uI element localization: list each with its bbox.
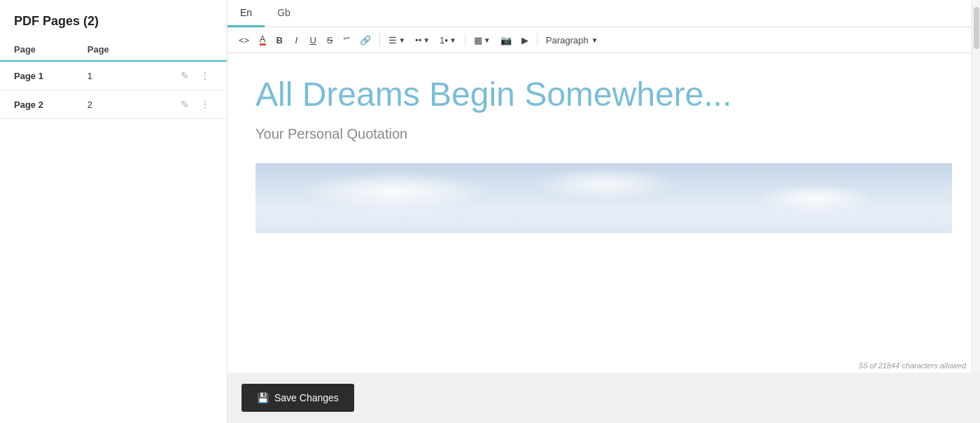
main-content: En Gb <> A B I U S “” 🔗 ☰ ▼ •• ▼ — [227, 0, 980, 423]
row-label: Page 2 — [0, 90, 80, 119]
toolbar-divider-2 — [465, 34, 465, 46]
toolbar-bold-btn[interactable]: B — [272, 32, 287, 48]
editor-subheading: Your Personal Quotation — [255, 126, 952, 142]
toolbar-code-btn[interactable]: <> — [234, 32, 253, 48]
toolbar-divider-1 — [379, 34, 380, 46]
save-icon: 💾 — [257, 392, 269, 403]
editor-heading: All Dreams Begin Somewhere... — [255, 74, 952, 115]
tab-gb[interactable]: Gb — [265, 0, 303, 27]
toolbar-align-dropdown[interactable]: ☰ ▼ — [384, 32, 410, 48]
row-value: 2 — [80, 90, 138, 119]
editor-container: En Gb <> A B I U S “” 🔗 ☰ ▼ •• ▼ — [227, 0, 980, 373]
pages-table: Page Page Page 1 1 ✎ ⋮ Page 2 2 ✎ ⋮ — [0, 40, 227, 119]
more-options-button[interactable]: ⋮ — [197, 97, 213, 111]
more-options-button[interactable]: ⋮ — [197, 69, 213, 83]
editor-image-placeholder — [255, 163, 952, 233]
sidebar-title: PDF Pages (2) — [0, 14, 227, 40]
toolbar-media-btn[interactable]: ▶ — [517, 32, 533, 48]
col-page-label-header: Page — [0, 40, 80, 61]
edit-row-button[interactable]: ✎ — [178, 69, 192, 83]
editor-toolbar: <> A B I U S “” 🔗 ☰ ▼ •• ▼ 1▪ ▼ ▦ ▼ — [227, 27, 980, 53]
char-count: 55 of 21844 characters allowed — [227, 359, 980, 373]
cloud-sky-image — [255, 163, 952, 233]
toolbar-underline-btn[interactable]: U — [305, 32, 321, 48]
table-row: Page 2 2 ✎ ⋮ — [0, 90, 227, 119]
toolbar-paragraph-dropdown[interactable]: Paragraph ▼ — [542, 32, 603, 48]
toolbar-font-color-btn[interactable]: A — [255, 32, 270, 48]
tab-en[interactable]: En — [227, 0, 265, 27]
editor-scrollbar[interactable] — [972, 0, 980, 373]
footer-bar: 💾 Save Changes — [227, 373, 980, 423]
row-label: Page 1 — [0, 61, 80, 90]
row-value: 1 — [80, 61, 138, 90]
sidebar: PDF Pages (2) Page Page Page 1 1 ✎ ⋮ Pag… — [0, 0, 227, 423]
toolbar-image-btn[interactable]: 📷 — [496, 32, 516, 48]
toolbar-strikethrough-btn[interactable]: S — [322, 32, 337, 48]
editor-scrollbar-thumb[interactable] — [974, 7, 979, 49]
edit-row-button[interactable]: ✎ — [178, 97, 192, 111]
toolbar-divider-3 — [537, 34, 538, 46]
table-row: Page 1 1 ✎ ⋮ — [0, 61, 227, 90]
editor-tabs: En Gb — [227, 0, 980, 27]
col-page-value-header: Page — [80, 40, 138, 61]
toolbar-bullets-dropdown[interactable]: •• ▼ — [411, 32, 434, 48]
save-changes-button[interactable]: 💾 Save Changes — [241, 384, 354, 412]
editor-content[interactable]: All Dreams Begin Somewhere... Your Perso… — [227, 53, 980, 359]
toolbar-table-dropdown[interactable]: ▦ ▼ — [470, 32, 495, 48]
toolbar-ordered-dropdown[interactable]: 1▪ ▼ — [435, 32, 461, 48]
toolbar-link-btn[interactable]: 🔗 — [356, 32, 375, 48]
toolbar-italic-btn[interactable]: I — [288, 32, 304, 48]
toolbar-quote-btn[interactable]: “” — [339, 32, 354, 48]
